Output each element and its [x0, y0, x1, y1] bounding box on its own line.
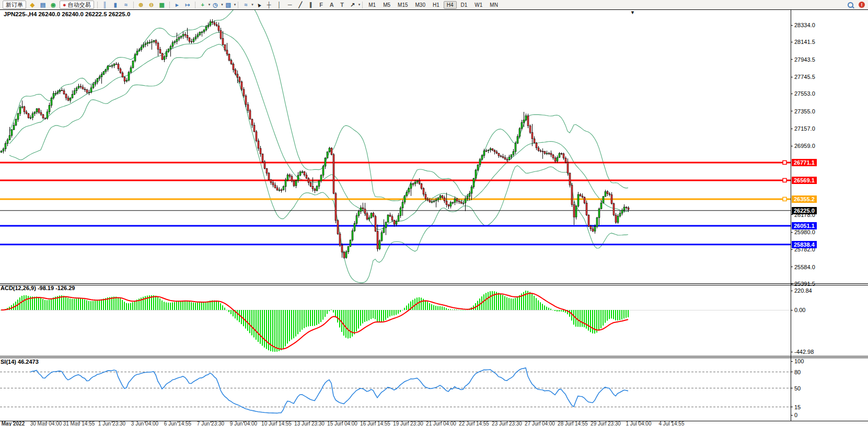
chart-canvas[interactable]	[0, 0, 868, 426]
tf-h4[interactable]: H4	[444, 1, 457, 9]
rsi-tick-label: 100	[794, 358, 804, 364]
tf-m1[interactable]: M1	[365, 1, 379, 9]
indicators-button[interactable]: +	[199, 1, 206, 8]
time-axis-label: 6 Jun 14:55	[164, 421, 191, 426]
tf-mn[interactable]: MN	[487, 1, 501, 9]
crosshair-icon[interactable]: ┼	[265, 1, 273, 8]
trendline-icon[interactable]: ╱	[297, 1, 304, 8]
cursor-icon[interactable]: ▲	[253, 0, 263, 10]
periods-button[interactable]: ◷	[212, 1, 219, 8]
tile-windows-icon[interactable]: ▦	[158, 1, 166, 8]
toolbar-separator	[169, 2, 170, 8]
equidistant-channel-icon[interactable]: ∥	[307, 1, 315, 8]
price-tick-label: 27745.5	[794, 74, 815, 80]
time-axis-label: 10 Jun 14:55	[261, 421, 292, 426]
toolbar-separator	[238, 2, 238, 8]
new-chart-icon[interactable]: ▤	[39, 1, 47, 8]
time-axis-label: 7 Jun 23:30	[197, 421, 224, 426]
time-axis-label: 3 Jun 04:00	[131, 421, 158, 426]
level-price-label: 26051.1	[792, 222, 817, 229]
time-axis-label: 15 Jun 04:00	[327, 421, 357, 426]
line-chart-icon[interactable]: ≈	[122, 1, 130, 8]
price-tick-label: 28334.0	[794, 22, 815, 28]
macd-label: ACD(12,26,9) -98.19 -126.29	[1, 285, 75, 291]
zoom-out-icon[interactable]: ⊖	[148, 1, 155, 8]
price-tick-label: 27943.5	[794, 56, 815, 63]
toolbar-separator	[195, 2, 195, 8]
periods-button-dropdown[interactable]: ▾	[221, 3, 223, 7]
tf-d1[interactable]: D1	[458, 1, 471, 9]
fibonacci-icon[interactable]: F	[318, 1, 325, 8]
indicator-window-icon-dropdown[interactable]: ▾	[251, 3, 253, 7]
tf-m15[interactable]: M15	[395, 1, 411, 9]
toolbar-separator	[362, 2, 363, 8]
toolbar: 新订单◆▤◉●自动交易║▮≈⊕⊖▦▸↦+▾◷▾▧▾≈▾▲┼│─╱∥FAT↗▾M1…	[0, 0, 868, 9]
time-axis-label: 28 Jun 14:55	[558, 421, 588, 426]
price-tick-label: 28141.5	[794, 39, 815, 45]
time-axis-label: May 2022	[2, 421, 25, 426]
bar-chart-icon[interactable]: ║	[101, 1, 109, 8]
rsi-tick-label: 50	[794, 385, 801, 392]
macd-tick-label: 0.00	[794, 307, 805, 313]
macd-tick-label: 220.84	[794, 287, 812, 294]
horizontal-line-icon[interactable]: ─	[286, 1, 294, 8]
arrows-icon[interactable]: ↗	[349, 1, 356, 8]
time-axis-label: 9 Jun 04:00	[230, 421, 257, 426]
templates-button[interactable]: ▧	[225, 1, 232, 8]
time-axis-label: 19 Jun 23:30	[393, 421, 423, 426]
rsi-label: SI(14) 46.2473	[1, 359, 39, 365]
text-icon[interactable]: A	[328, 1, 335, 8]
chart-shift-marker: ▼	[630, 10, 635, 15]
zoom-in-icon[interactable]: ⊕	[137, 1, 145, 8]
time-axis-label: 22 Jun 14:55	[459, 421, 489, 426]
tf-h1[interactable]: H1	[430, 1, 443, 9]
time-axis-label: 31 May 14:55	[63, 421, 95, 426]
time-axis-label: 27 Jun 04:00	[525, 421, 555, 426]
level-price-label: 26771.1	[792, 159, 817, 166]
price-tick-label: 27157.0	[794, 125, 815, 132]
macd-tick-label: -442.98	[794, 349, 814, 355]
time-axis-label: 16 Jun 14:55	[360, 421, 390, 426]
price-tick-label: 25391.5	[794, 281, 815, 287]
indicators-button-dropdown[interactable]: ▾	[209, 3, 211, 7]
new-order-button[interactable]: 新订单	[3, 1, 26, 9]
vertical-line-icon[interactable]: │	[276, 1, 283, 8]
chart-title: JPN225-,H4 26240.0 26240.0 26222.5 26225…	[4, 11, 130, 17]
level-price-label: 26225.0	[792, 207, 817, 214]
time-axis-label: 4 Jul 14:55	[659, 421, 685, 426]
candlestick-chart-icon[interactable]: ▮	[112, 1, 119, 8]
toolbar-separator	[133, 2, 134, 8]
search-icon[interactable]	[848, 2, 853, 8]
auto-trading-button[interactable]: ●自动交易	[60, 1, 94, 9]
price-tick-label: 27355.0	[794, 108, 815, 114]
auto-scroll-icon[interactable]: ▸	[173, 1, 181, 8]
tf-m30[interactable]: M30	[412, 1, 429, 9]
price-tick-label: 25584.0	[794, 264, 815, 270]
rsi-tick-label: 15	[794, 404, 801, 410]
mt4-window: 新订单◆▤◉●自动交易║▮≈⊕⊖▦▸↦+▾◷▾▧▾≈▾▲┼│─╱∥FAT↗▾M1…	[0, 0, 868, 426]
price-tick-label: 27553.0	[794, 90, 815, 97]
templates-button-dropdown[interactable]: ▾	[234, 3, 236, 7]
tf-w1[interactable]: W1	[471, 1, 485, 9]
text-label-icon[interactable]: T	[339, 1, 346, 8]
indicator-window-icon[interactable]: ≈	[242, 1, 249, 8]
toolbar-separator	[97, 2, 98, 8]
market-watch-icon[interactable]: ◆	[29, 1, 36, 8]
time-axis-label: 30 May 04:00	[30, 421, 62, 426]
tf-m5[interactable]: M5	[380, 1, 394, 9]
level-price-label: 25838.4	[792, 241, 817, 248]
level-price-label: 26355.2	[792, 195, 817, 203]
arrows-icon-dropdown[interactable]: ▾	[358, 3, 361, 7]
rsi-tick-label: 0	[794, 412, 797, 418]
alerts-icon[interactable]: !	[859, 2, 865, 8]
time-axis-label: 29 Jun 23:30	[591, 421, 621, 426]
chart-shift-icon[interactable]: ↦	[184, 1, 191, 8]
rsi-tick-label: 80	[794, 369, 801, 375]
time-axis-label: 21 Jun 04:00	[426, 421, 456, 426]
time-axis-label: 23 Jun 23:30	[492, 421, 522, 426]
level-price-label: 26569.1	[792, 177, 817, 184]
time-axis-label: 1 Jul 04:00	[626, 421, 652, 426]
signals-icon[interactable]: ◉	[50, 1, 57, 8]
time-axis-label: 13 Jun 23:30	[294, 421, 325, 426]
price-tick-label: 25980.0	[794, 229, 815, 235]
